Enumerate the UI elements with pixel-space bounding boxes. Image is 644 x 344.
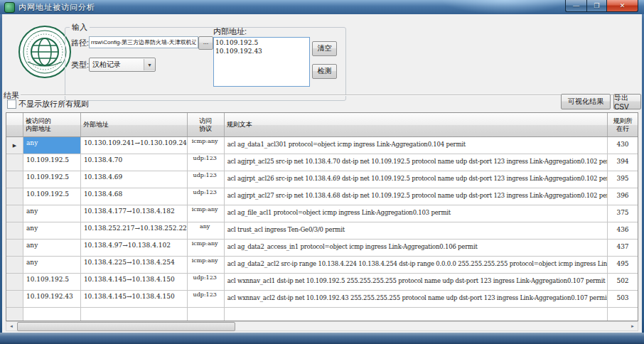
cell-rule-text <box>225 308 608 321</box>
table-header-row: 被访问的 内部地址 外部地址 访问 协议 规则文本 规则所 在行 <box>6 113 638 137</box>
cell-rule-text[interactable]: acl ag_data1_acl301 protocol=object icmp… <box>225 137 608 154</box>
cell-external-address[interactable]: 10.138.252.217→10.138.252.222 <box>81 222 188 239</box>
row-selector-cell[interactable] <box>6 274 23 290</box>
title-bar: 内网地址被访问分析 <box>0 0 644 14</box>
row-selector-cell[interactable] <box>6 188 23 205</box>
hide-permit-all-checkbox[interactable] <box>7 100 16 109</box>
cell-protocol[interactable]: udp:123 <box>188 154 225 171</box>
detect-button[interactable]: 检测 <box>312 64 337 79</box>
cell-internal-address[interactable]: 10.109.192.43 <box>23 291 81 307</box>
col-header-protocol[interactable]: 访问 协议 <box>188 113 225 136</box>
cell-rule-text[interactable]: acl agjrpt_acl27 src-ip net 10.138.4.68 … <box>225 188 608 205</box>
cell-rule-text[interactable]: acl trust_acl ingress Ten-Ge0/3/0 permit <box>225 222 608 239</box>
cell-external-address[interactable]: 10.138.4.97→10.138.4.102 <box>81 240 188 256</box>
cell-protocol[interactable]: any <box>188 222 225 239</box>
cell-internal-address[interactable]: 10.109.192.5 <box>23 171 81 188</box>
cell-external-address[interactable]: 10.138.4.70 <box>81 154 188 171</box>
export-csv-button[interactable]: 导出CSV <box>613 94 641 109</box>
cell-protocol[interactable]: udp:123 <box>188 274 225 290</box>
cell-rule-text[interactable]: acl agjrpt_acl25 src-ip net 10.138.4.70 … <box>225 154 608 171</box>
scroll-right-icon[interactable]: ► <box>628 322 638 330</box>
table-row[interactable]: any 10.138.4.97→10.138.4.102 icmp:any ac… <box>6 240 638 257</box>
table-row[interactable]: 10.109.192.5 10.138.4.70 udp:123 acl agj… <box>6 154 638 171</box>
minimize-button[interactable]: — <box>565 0 586 12</box>
cell-protocol[interactable]: icmp:any <box>188 240 225 256</box>
cell-rule-line[interactable]: 395 <box>608 171 638 188</box>
cell-rule-line[interactable]: 430 <box>608 137 638 154</box>
cell-internal-address[interactable]: 10.109.192.5 <box>23 154 81 171</box>
browse-button[interactable]: ... <box>198 36 213 50</box>
table-row[interactable]: any 10.138.4.177→10.138.4.182 icmp:any a… <box>6 205 638 222</box>
cell-protocol[interactable]: udp:123 <box>188 291 225 307</box>
col-header-rule[interactable]: 规则文本 <box>225 113 608 136</box>
row-selector-cell[interactable] <box>6 291 23 307</box>
cell-rule-text[interactable]: acl wxnnav_acl1 dst-ip net 10.109.192.5 … <box>225 274 608 290</box>
table-row[interactable]: any 10.138.252.217→10.138.252.222 any ac… <box>6 222 638 240</box>
table-row[interactable]: 10.109.192.5 10.138.4.145→10.138.4.150 u… <box>6 274 638 291</box>
cell-rule-line[interactable]: 396 <box>608 188 638 205</box>
cell-protocol[interactable]: icmp:any <box>188 137 225 154</box>
row-selector-cell[interactable] <box>6 240 23 256</box>
type-select[interactable]: 汉柏记录 ▼ <box>89 58 156 72</box>
path-input[interactable] <box>89 36 198 48</box>
cell-rule-line[interactable]: 502 <box>608 274 638 290</box>
cell-external-address[interactable]: 10.130.109.241→10.130.109.246 <box>81 137 188 154</box>
close-button[interactable]: ✕ <box>606 0 638 12</box>
cell-rule-text[interactable]: acl ag_data2_acl2 src-ip range 10.138.4.… <box>225 257 608 273</box>
window-title: 内网地址被访问分析 <box>18 2 95 13</box>
cell-internal-address[interactable]: any <box>23 240 81 256</box>
cell-external-address[interactable]: 10.138.4.145→10.138.4.150 <box>81 291 188 307</box>
cell-external-address[interactable]: 10.138.4.225→10.138.4.254 <box>81 257 188 273</box>
table-row[interactable]: ▶ any 10.130.109.241→10.130.109.246 icmp… <box>6 137 638 154</box>
cell-external-address[interactable]: 10.138.4.69 <box>81 171 188 188</box>
table-row[interactable]: 10.109.192.5 10.138.4.69 udp:123 acl agj… <box>6 171 638 188</box>
cell-rule-text[interactable]: acl ag_file_acl1 protocol=object icmp in… <box>225 205 608 222</box>
cell-rule-line[interactable]: 436 <box>608 222 638 239</box>
cell-rule-line[interactable]: 495 <box>608 257 638 273</box>
results-table: 被访问的 内部地址 外部地址 访问 协议 规则文本 规则所 在行 ▶ any 1… <box>6 112 638 321</box>
clear-button[interactable]: 清空 <box>312 41 337 56</box>
cell-rule-text[interactable]: acl ag_data2_access_in1 protocol=object … <box>225 240 608 256</box>
col-header-line[interactable]: 规则所 在行 <box>608 113 638 136</box>
col-header-internal[interactable]: 被访问的 内部地址 <box>23 113 81 136</box>
table-row[interactable]: 10.109.192.43 10.138.4.145→10.138.4.150 … <box>6 291 638 308</box>
cell-internal-address[interactable]: 10.109.192.5 <box>23 188 81 205</box>
cell-external-address[interactable]: 10.138.4.68 <box>81 188 188 205</box>
input-group-label: 输入 <box>70 22 90 33</box>
cell-rule-line[interactable]: 394 <box>608 154 638 171</box>
cell-internal-address[interactable]: any <box>23 205 81 222</box>
scroll-left-icon[interactable]: ◄ <box>6 322 16 330</box>
cell-rule-line[interactable]: 503 <box>608 291 638 307</box>
type-select-value: 汉柏记录 <box>90 60 144 70</box>
cell-rule-line[interactable]: 375 <box>608 205 638 222</box>
cell-rule-line[interactable]: 437 <box>608 240 638 256</box>
row-selector-cell[interactable] <box>6 257 23 273</box>
cell-internal-address[interactable]: any <box>23 222 81 239</box>
col-header-external[interactable]: 外部地址 <box>81 113 188 136</box>
cell-rule-text[interactable]: acl agjrpt_acl26 src-ip net 10.138.4.69 … <box>225 171 608 188</box>
cell-external-address[interactable]: 10.138.4.145→10.138.4.150 <box>81 274 188 290</box>
row-selector-cell[interactable]: ▶ <box>6 137 23 154</box>
internal-address-input[interactable]: 10.109.192.5 10.109.192.43 <box>213 37 310 87</box>
maximize-button[interactable]: ❐ <box>586 0 606 12</box>
row-selector-cell[interactable] <box>6 222 23 239</box>
cell-internal-address[interactable]: any <box>23 137 81 154</box>
row-selector-cell[interactable] <box>6 205 23 222</box>
row-selector-cell[interactable] <box>6 154 23 171</box>
cell-rule-text[interactable]: acl wxnnav_acl2 dst-ip net 10.109.192.43… <box>225 291 608 307</box>
visualize-results-button[interactable]: 可视化结果 <box>561 94 611 109</box>
scrollbar-thumb[interactable] <box>17 322 235 331</box>
cell-protocol[interactable]: udp:123 <box>188 171 225 188</box>
cell-external-address[interactable]: 10.138.4.177→10.138.4.182 <box>81 205 188 222</box>
cell-protocol[interactable]: icmp:any <box>188 205 225 222</box>
horizontal-scrollbar[interactable]: ◄ ► <box>6 321 638 331</box>
table-row[interactable]: any 10.138.4.225→10.138.4.254 icmp:any a… <box>6 257 638 274</box>
cell-protocol[interactable]: icmp:any <box>188 257 225 273</box>
row-selector-cell[interactable] <box>6 171 23 188</box>
row-selector-header <box>6 113 23 136</box>
cell-internal-address[interactable]: any <box>23 257 81 273</box>
cell-protocol[interactable]: udp:123 <box>188 188 225 205</box>
cell-internal-address[interactable]: 10.109.192.5 <box>23 274 81 290</box>
app-window: 内网地址被访问分析 — ❐ ✕ 输入 路径: ... 类型: 汉柏记录 ▼ 内部… <box>0 0 644 344</box>
table-row[interactable]: 10.109.192.5 10.138.4.68 udp:123 acl agj… <box>6 188 638 205</box>
